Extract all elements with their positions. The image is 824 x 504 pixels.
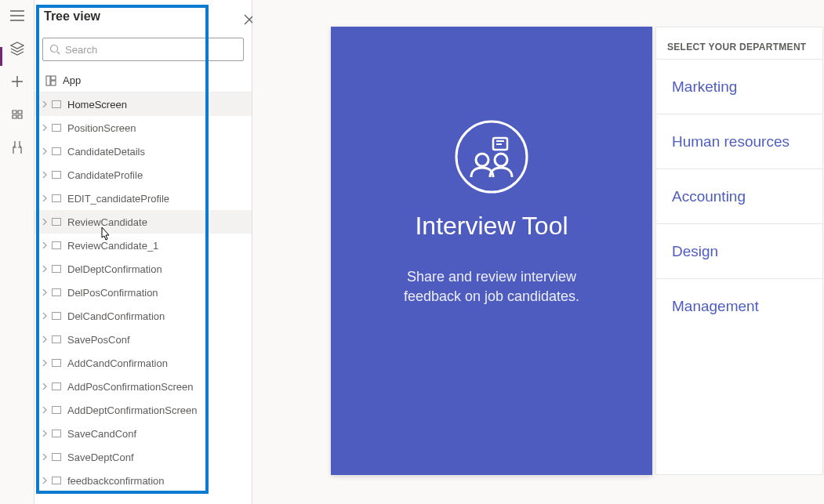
tree-item-label: AddCandConfirmation [67,357,252,369]
tools-icon[interactable] [9,140,25,155]
layers-icon[interactable] [9,41,25,56]
tree-view-panel: Tree view App HomeScreen···PositionScree… [34,0,252,504]
tree-item-label: SaveDeptConf [67,451,252,463]
screen-icon [52,406,61,414]
chevron-right-icon[interactable] [38,195,52,201]
screen-icon [52,383,61,390]
screen-icon [52,124,61,132]
department-item[interactable]: Design [656,223,822,278]
hamburger-icon[interactable] [9,8,25,24]
screen-icon [52,241,61,249]
tree-item-label: EDIT_candidateProfile [67,193,252,205]
tree-item[interactable]: ReviewCandidate··· [34,210,252,234]
preview-phone-card: Interview Tool Share and review intervie… [331,27,652,475]
svg-point-0 [51,45,58,53]
tree-item-label: AddPosConfirmationScreen [67,381,252,393]
chevron-right-icon[interactable] [38,360,52,366]
tree-item-label: ReviewCandidate [67,216,252,228]
tree-item[interactable]: AddPosConfirmationScreen [34,375,252,398]
preview-subtitle: Share and review interview feedback on j… [404,267,579,306]
screen-icon [52,265,61,273]
tree-search-box[interactable] [42,38,244,61]
screen-icon [52,171,61,179]
tree-item[interactable]: feedbackconfirmation [34,469,252,492]
active-rail-indicator [0,47,2,66]
svg-rect-1 [46,76,50,85]
department-item[interactable]: Accounting [656,169,822,223]
tree-item-label: feedbackconfirmation [67,475,252,487]
svg-point-6 [476,154,488,166]
chevron-right-icon[interactable] [38,383,52,390]
chevron-right-icon[interactable] [38,266,52,272]
tree-item-label: ReviewCandidate_1 [67,240,252,252]
chevron-right-icon[interactable] [38,289,52,296]
chevron-right-icon[interactable] [38,148,52,154]
screen-icon [52,453,61,461]
department-item[interactable]: Management [656,278,822,333]
screen-icon [52,335,61,343]
chevron-right-icon[interactable] [38,454,52,460]
tree-item-label: CandidateDetails [67,146,252,158]
chevron-right-icon[interactable] [38,125,52,131]
tree-item[interactable]: AddDeptConfirmationScreen [34,398,252,422]
screen-icon [52,288,61,296]
department-panel: SELECT YOUR DEPARTMENT MarketingHuman re… [655,27,823,475]
tree-item-label: PositionScreen [67,122,252,134]
screen-icon [52,100,61,108]
chevron-right-icon[interactable] [38,101,52,107]
preview-title: Interview Tool [415,212,568,241]
tree-item[interactable]: DelDeptConfirmation [34,257,252,281]
screen-icon [52,477,61,484]
tree-item-label: DelDeptConfirmation [67,263,252,275]
screen-icon [52,312,61,320]
tree-item-label: HomeScreen [67,99,252,111]
department-item[interactable]: Marketing [656,59,822,114]
data-icon[interactable] [9,107,25,122]
tree-item[interactable]: AddCandConfirmation [34,351,252,375]
chevron-right-icon[interactable] [38,313,52,319]
tree-item[interactable]: DelCandConfirmation [34,304,252,328]
department-item[interactable]: Human resources [656,114,822,169]
tree-item-label: AddDeptConfirmationScreen [67,404,252,416]
tree-item-label: DelPosConfirmation [67,287,252,299]
svg-rect-2 [51,76,56,80]
tree-list: App HomeScreen···PositionScreenCandidate… [34,69,252,492]
tree-item[interactable]: SavePosConf [34,328,252,351]
screen-icon [52,194,61,202]
tree-item[interactable]: CandidateProfile [34,163,252,187]
tree-item[interactable]: SaveDeptConf [34,445,252,469]
svg-rect-3 [51,81,56,85]
screen-icon [52,430,61,437]
chevron-right-icon[interactable] [38,219,52,225]
tree-item[interactable]: HomeScreen··· [34,92,252,116]
chevron-right-icon[interactable] [38,172,52,178]
chevron-right-icon[interactable] [38,430,52,437]
tree-item[interactable]: PositionScreen [34,116,252,140]
tree-item[interactable]: SaveCandConf [34,422,252,445]
chevron-right-icon[interactable] [38,477,52,484]
interview-icon [454,119,529,194]
tree-item[interactable]: DelPosConfirmation [34,281,252,304]
left-nav-rail [0,0,34,504]
svg-point-7 [495,154,507,166]
svg-point-4 [456,121,527,192]
chevron-right-icon[interactable] [38,242,52,248]
chevron-right-icon[interactable] [38,336,52,343]
tree-item[interactable]: CandidateDetails [34,140,252,163]
tree-item[interactable]: EDIT_candidateProfile [34,187,252,210]
tree-item[interactable]: ReviewCandidate_1 [34,234,252,257]
tree-app-label: App [63,74,81,86]
screen-icon [52,218,61,226]
chevron-right-icon[interactable] [38,407,52,413]
tree-item-label: CandidateProfile [67,169,252,181]
screen-icon [52,359,61,367]
search-input[interactable] [65,44,237,56]
search-icon [49,44,60,55]
tree-app-node[interactable]: App [34,69,252,92]
tree-item-label: SavePosConf [67,334,252,346]
tree-view-title: Tree view [44,9,100,24]
plus-icon[interactable] [9,74,25,89]
department-header: SELECT YOUR DEPARTMENT [656,27,822,59]
screen-icon [52,147,61,155]
tree-item-label: DelCandConfirmation [67,310,252,322]
